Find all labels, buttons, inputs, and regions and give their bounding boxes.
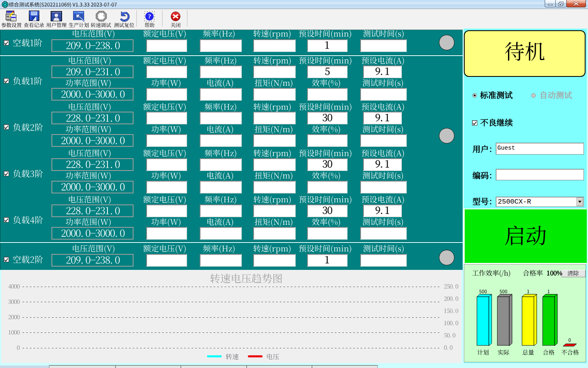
svg-text:?: ?: [148, 13, 151, 20]
